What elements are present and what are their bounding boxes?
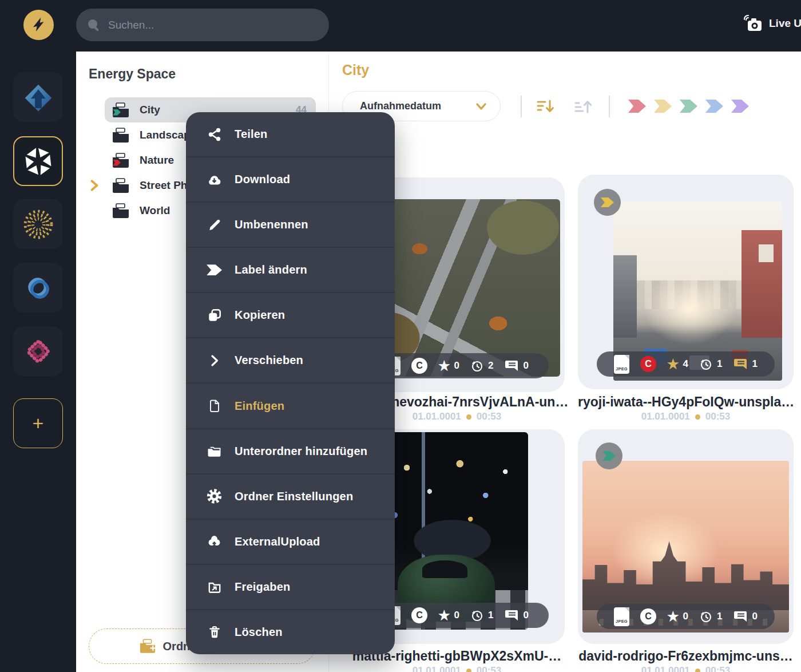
comment-icon [733, 358, 748, 370]
menu-item-copy[interactable]: Kopieren [186, 293, 395, 338]
tree-item-label: Nature [140, 154, 174, 167]
chevron-right-icon [207, 353, 222, 368]
menu-item-paste[interactable]: Einfügen [186, 384, 395, 429]
workspace-title: Energy Space [89, 66, 176, 82]
folder-icon [112, 203, 130, 219]
add-app-button[interactable]: + [13, 398, 63, 448]
app-blue-arrow-diamond[interactable] [13, 72, 63, 122]
app-gold-sunburst[interactable] [13, 199, 63, 249]
history-clock-icon [699, 357, 713, 371]
label-filter-yellow[interactable] [654, 100, 672, 113]
label-arrow-icon [602, 451, 616, 461]
live-upload-button[interactable]: Live Upload [744, 15, 801, 32]
content-area: City Aufnahmedatum Dateien [330, 52, 801, 672]
sort-descending-button[interactable] [533, 96, 557, 117]
sort-descending-icon [536, 98, 555, 115]
star-icon: ★ [438, 609, 450, 622]
search-input[interactable] [108, 19, 303, 31]
copyright-icon: C [640, 356, 656, 372]
asset-filename: david-rodrigo-Fr6zexbmjmc-uns… [578, 649, 794, 664]
toolbar-divider [609, 96, 610, 117]
menu-item-delete[interactable]: Löschen [186, 610, 395, 654]
star-icon: ★ [667, 610, 679, 623]
label-filter-red[interactable] [628, 100, 646, 113]
file-icon [207, 398, 222, 414]
blue-loops-icon [22, 271, 55, 305]
folder-context-menu: Teilen Download Umbenennen Label ändern … [186, 112, 395, 654]
pink-network-icon [22, 335, 55, 368]
comment-icon [505, 359, 520, 372]
pencil-icon [207, 217, 222, 232]
menu-item-folder-settings[interactable]: Ordner Einstellungen [186, 475, 395, 520]
label-filter-blue[interactable] [705, 100, 723, 113]
dot-separator-icon [695, 414, 700, 420]
blue-arrow-diamond-icon [22, 81, 54, 113]
history-clock-icon [470, 359, 484, 373]
star-rating: ★ 0 [438, 609, 459, 622]
expand-chevron-icon[interactable] [89, 180, 100, 191]
copyright-icon: C [411, 358, 427, 374]
folder-icon [112, 153, 130, 168]
cloud-cluster-icon [207, 534, 222, 550]
menu-item-shares[interactable]: Freigaben [186, 565, 395, 610]
app-shutter-selected[interactable] [13, 136, 63, 186]
asset-date: 01.01.0001 00:53 [349, 665, 565, 672]
label-arrow-icon [207, 262, 222, 278]
menu-item-add-subfolder[interactable]: Unterordner hinzufügen [186, 429, 395, 475]
app-blue-loops[interactable] [13, 263, 63, 313]
dot-separator-icon [695, 669, 700, 672]
menu-item-move[interactable]: Verschieben [186, 338, 395, 384]
folder-icon [112, 178, 130, 193]
label-badge [596, 442, 622, 469]
version-count: 1 [470, 608, 493, 622]
dot-separator-icon [466, 669, 471, 672]
history-clock-icon [470, 608, 484, 622]
label-arrow-icon [680, 100, 697, 113]
label-filter-green[interactable] [680, 100, 697, 113]
comment-count: 0 [505, 609, 529, 622]
star-rating: ★ 0 [667, 610, 688, 623]
live-upload-label: Live Upload [769, 17, 801, 30]
star-rating: ★ 4 [667, 358, 688, 371]
version-count: 1 [699, 357, 722, 371]
brand-logo-icon [23, 10, 54, 40]
menu-item-external-upload[interactable]: ExternalUpload [186, 520, 395, 565]
copyright-icon: C [411, 607, 427, 623]
share-icon [207, 127, 222, 142]
comment-count: 1 [733, 358, 758, 370]
label-badge [594, 189, 621, 216]
search-icon [86, 18, 101, 33]
menu-item-share[interactable]: Teilen [186, 112, 395, 157]
asset-filename: ryoji-iwata--HGy4pFoIQw-unspla… [578, 394, 794, 410]
sort-ascending-button[interactable] [571, 96, 595, 117]
menu-item-rename[interactable]: Umbenennen [186, 203, 395, 248]
history-clock-icon [699, 610, 713, 623]
label-arrow-icon [601, 197, 614, 207]
menu-item-change-label[interactable]: Label ändern [186, 248, 395, 293]
folder-plus-icon [139, 639, 156, 654]
toolbar-divider [521, 96, 522, 117]
star-icon: ★ [667, 358, 679, 371]
folder-icon [112, 128, 130, 143]
asset-stats-pill: JPEG C ★ 0 1 0 [597, 604, 775, 629]
gear-icon [207, 489, 222, 504]
asset-date: 01.01.0001 00:53 [578, 665, 794, 672]
folder-share-icon [207, 579, 222, 595]
asset-thumbnail [376, 432, 528, 630]
app-pink-network[interactable] [13, 326, 63, 376]
label-arrow-icon [628, 100, 646, 113]
asset-card[interactable]: JPEG C ★ 4 1 1 ryoji-iwata--HGy4pFoIQw-u… [578, 175, 794, 389]
live-camera-icon [744, 15, 763, 32]
filetype-icon: JPEG [614, 355, 629, 374]
label-arrow-icon [654, 100, 672, 113]
comment-icon [733, 610, 748, 623]
asset-card[interactable]: JPEG C ★ 0 1 0 david-rodrigo-Fr6zexbmjmc… [578, 429, 794, 644]
label-arrow-icon [705, 100, 723, 113]
asset-date: 01.01.0001 00:53 [578, 411, 794, 422]
copyright-icon: C [640, 608, 656, 624]
label-filter-purple[interactable] [731, 100, 749, 113]
menu-item-download[interactable]: Download [186, 157, 395, 203]
label-arrow-icon [731, 100, 749, 113]
folder-icon [112, 102, 130, 118]
sort-ascending-icon [573, 98, 593, 115]
